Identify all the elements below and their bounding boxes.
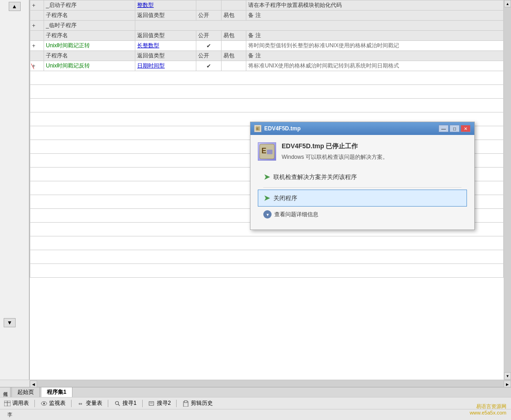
toolbar-item-calltable[interactable]: 调用表 <box>4 399 29 407</box>
empty-row <box>30 236 504 250</box>
scroll-down-button[interactable]: ▼ <box>4 318 16 327</box>
svg-rect-11 <box>184 401 187 403</box>
svg-point-4 <box>43 403 45 404</box>
scroll-up-btn[interactable]: ▲ <box>504 0 511 7</box>
dialog-option-online[interactable]: ➤ 联机检查解决方案并关闭该程序 <box>258 168 467 185</box>
v-scrollbar: ▲ ▼ <box>504 0 511 380</box>
expand-button-2[interactable]: + <box>32 22 35 29</box>
toolbar-item-vartable[interactable]: ⇔ 变量表 <box>77 399 102 407</box>
dialog-header-row: E EDV4F5D.tmp 已停止工作 Windows 可以联机检查该问题的解决… <box>258 142 467 161</box>
empty-row <box>30 99 504 112</box>
svg-rect-8 <box>149 402 154 405</box>
col-header-easy-2: 易包 <box>221 31 246 41</box>
col-header-note-1: 备 注 <box>246 11 504 21</box>
tab-home[interactable]: 起始页 <box>11 387 40 397</box>
toolbar-search2-label: 搜寻2 <box>157 399 171 407</box>
col-header-easy-3: 易包 <box>221 51 246 61</box>
section-name-1: _启动子程序 <box>44 0 135 11</box>
prop-label: 属性 <box>0 387 11 397</box>
svg-line-7 <box>118 404 120 406</box>
separator-4 <box>142 400 143 407</box>
left-strip: ▲ ▼ <box>0 0 30 380</box>
return-type-2[interactable]: 日期时间型 <box>137 62 165 69</box>
option2-arrow-icon: ➤ <box>264 194 270 202</box>
separator-3 <box>108 400 108 407</box>
clip-icon <box>182 400 189 407</box>
toolbar-cliphistory-label: 剪辑历史 <box>191 399 213 407</box>
func-name-1: Unix时间戳记正转 <box>44 41 135 51</box>
watermark-line1: 易语言资源网 <box>470 403 506 410</box>
public-check-2: ✔ <box>196 61 221 71</box>
easy-check-2 <box>221 61 246 71</box>
left-strip-arrows: ▲ ▼ <box>0 0 29 14</box>
col-header-note-2: 备 注 <box>246 31 504 41</box>
svg-text:E: E <box>261 147 267 155</box>
cols-header-2: 子程序名 返回值类型 公开 易包 备 注 <box>30 31 504 41</box>
dialog-minimize-button[interactable]: — <box>439 125 449 132</box>
tab-program[interactable]: 程序集1 <box>41 387 72 397</box>
status-text: 李 <box>4 409 16 420</box>
dialog-maximize-button[interactable]: □ <box>450 125 460 132</box>
dialog-main-text: EDV4F5D.tmp 已停止工作 Windows 可以联机检查该问题的解决方案… <box>282 142 467 161</box>
h-scrollbar: ◀ ▶ <box>30 380 511 387</box>
col-header-return-3: 返回值类型 <box>135 51 196 61</box>
col-header-note-3: 备 注 <box>246 51 504 61</box>
toolbar-monitor-label: 监视表 <box>49 399 66 407</box>
minimize-icon: — <box>441 126 446 131</box>
toolbar-item-search2[interactable]: 搜寻2 <box>148 399 171 407</box>
svg-text:⇔: ⇔ <box>78 401 82 406</box>
watermark-line2: www.e5a5x.com <box>470 410 506 415</box>
toolbar-vartable-label: 变量表 <box>86 399 102 407</box>
separator-5 <box>176 400 177 407</box>
close-icon: ✕ <box>464 126 467 131</box>
col-header-return-2: 返回值类型 <box>135 31 196 41</box>
easy-check-1 <box>221 41 246 51</box>
var-icon: ⇔ <box>77 400 84 407</box>
func-name-2: Unix时间戳记反转 <box>44 61 135 71</box>
dialog-options: ➤ 联机检查解决方案并关闭该程序 ➤ 关闭程序 <box>258 168 467 207</box>
watermark: 易语言资源网 www.e5a5x.com <box>470 403 506 415</box>
scroll-up-button[interactable]: ▲ <box>9 2 21 11</box>
empty-row <box>30 264 504 278</box>
error-dialog: E EDV4F5D.tmp — □ ✕ <box>250 122 475 230</box>
tab-program-label: 程序集1 <box>47 389 67 395</box>
search-icon <box>114 400 121 407</box>
maximize-icon: □ <box>453 126 456 131</box>
h-scroll-thumb[interactable] <box>37 381 504 387</box>
dialog-controls: — □ ✕ <box>439 125 471 132</box>
toolbar-item-monitor[interactable]: 监视表 <box>40 399 66 407</box>
dialog-option-close[interactable]: ➤ 关闭程序 <box>258 190 467 207</box>
separator-1 <box>34 400 35 407</box>
cols-header-1: 子程序名 返回值类型 公开 易包 备 注 <box>30 11 504 21</box>
expand-button-1[interactable]: + <box>32 2 35 9</box>
toolbar-item-cliphistory[interactable]: 剪辑历史 <box>182 399 213 407</box>
toolbar-calltable-label: 调用表 <box>12 399 29 407</box>
type-link-1[interactable]: 整数型 <box>137 2 154 8</box>
error-icon: ╲ <box>31 63 34 68</box>
section-name-2: _临时子程序 <box>44 21 135 31</box>
dialog-details-row[interactable]: ▾ 查看问题详细信息 <box>258 207 467 222</box>
table-row: + _启动子程序 整数型 请在本子程序中放置易模块初始化代码 <box>30 0 504 11</box>
dialog-details-text: 查看问题详细信息 <box>274 211 318 218</box>
scrollbar-thumb[interactable] <box>504 7 511 372</box>
table-row: ╲ + Unix时间戳记反转 日期时间型 ✔ 将标准UNIX使用的格林威治时间戳… <box>30 61 504 71</box>
bottom-toolbar: 调用表 监视表 ⇔ 变量表 搜寻1 <box>0 397 511 409</box>
svg-text:E: E <box>256 127 259 131</box>
dialog-title-message: EDV4F5D.tmp 已停止工作 <box>282 142 467 151</box>
h-scrollbar-area: ◀ ▶ <box>0 380 511 387</box>
tab-bar: 属性 起始页 程序集1 <box>0 387 511 397</box>
svg-rect-16 <box>267 150 272 154</box>
empty-row <box>30 85 504 99</box>
dialog-divider <box>263 187 461 188</box>
dialog-title: EDV4F5D.tmp <box>264 125 436 132</box>
expand-button-data-1[interactable]: + <box>32 43 35 49</box>
col-header-return-1: 返回值类型 <box>135 11 196 21</box>
dialog-close-button[interactable]: ✕ <box>461 125 471 132</box>
return-type-1[interactable]: 长整数型 <box>137 42 159 49</box>
col-header-easy-1: 易包 <box>221 11 246 21</box>
toolbar-item-search1[interactable]: 搜寻1 <box>114 399 137 407</box>
dialog-app-icon-small: E <box>254 125 261 132</box>
scroll-down-btn[interactable]: ▼ <box>504 372 511 380</box>
status-bar: 李 <box>0 409 511 420</box>
table-row: + Unix时间戳记正转 长整数型 ✔ 将时间类型值转到长整型的标准UNIX使用… <box>30 41 504 51</box>
